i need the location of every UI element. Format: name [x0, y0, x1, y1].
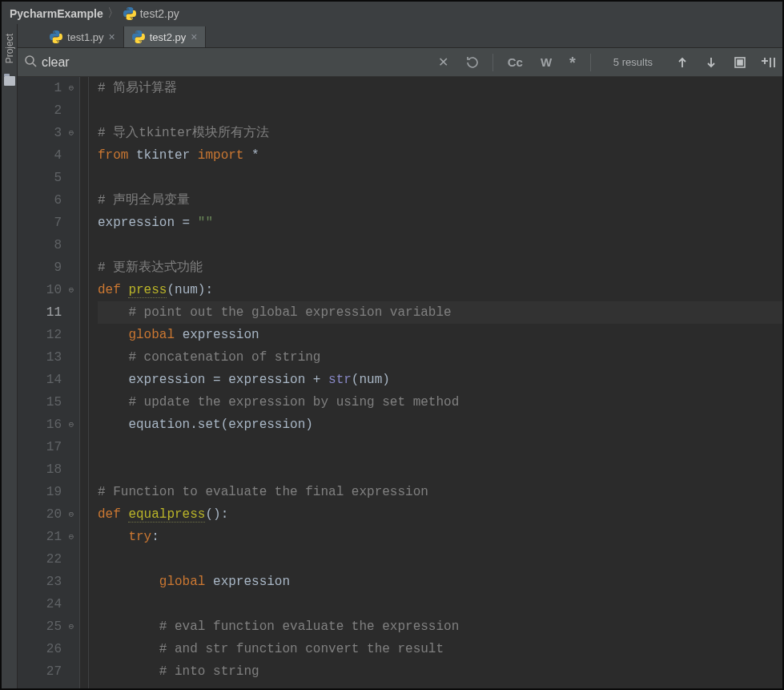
- breadcrumb-project[interactable]: PycharmExample: [10, 7, 103, 20]
- breadcrumb: PycharmExample 〉 test2.py: [2, 2, 782, 26]
- code-line[interactable]: # 导入tkinter模块所有方法: [98, 122, 782, 144]
- code-line[interactable]: [98, 458, 782, 481]
- line-number[interactable]: 2: [18, 99, 62, 122]
- regex-toggle[interactable]: *: [566, 54, 579, 71]
- code-line[interactable]: # 更新表达式功能: [98, 256, 782, 279]
- code-line[interactable]: # eval function evaluate the expression: [98, 615, 782, 638]
- line-number[interactable]: 17: [18, 436, 62, 458]
- editor-tab[interactable]: test2.py×: [124, 26, 207, 47]
- line-number[interactable]: 6: [18, 189, 62, 212]
- code-line[interactable]: # 简易计算器: [98, 77, 782, 99]
- code-line[interactable]: try:: [98, 526, 782, 548]
- next-match-icon[interactable]: [702, 54, 720, 71]
- select-all-icon[interactable]: [731, 54, 749, 71]
- code-editor[interactable]: 1234567891011121314151617181920212223242…: [18, 77, 782, 688]
- editor-tab[interactable]: test1.py×: [42, 26, 124, 47]
- code-line[interactable]: # Function to evaluate the final express…: [98, 481, 782, 503]
- separator: [590, 54, 591, 71]
- line-number[interactable]: 14: [18, 369, 62, 391]
- line-number[interactable]: 20: [18, 503, 62, 526]
- line-number[interactable]: 11: [18, 301, 62, 324]
- code-line[interactable]: def press(num):: [98, 279, 782, 301]
- project-tool-window-bar: Project: [2, 24, 18, 688]
- folder-icon[interactable]: [4, 75, 15, 89]
- svg-line-1: [33, 63, 36, 67]
- code-line[interactable]: [98, 548, 782, 571]
- line-number[interactable]: 9: [18, 256, 62, 279]
- line-number[interactable]: 23: [18, 571, 62, 593]
- code-line[interactable]: expression = "": [98, 212, 782, 234]
- code-line[interactable]: [98, 99, 782, 122]
- line-number[interactable]: 19: [18, 481, 62, 503]
- fold-toggle-icon[interactable]: ⊖: [66, 285, 76, 295]
- words-toggle[interactable]: W: [537, 55, 555, 69]
- line-number[interactable]: 22: [18, 548, 62, 571]
- search-icon: [24, 54, 37, 71]
- project-tab[interactable]: Project: [4, 34, 15, 63]
- breadcrumb-project-label: PycharmExample: [10, 7, 103, 20]
- line-number[interactable]: 5: [18, 167, 62, 189]
- line-number[interactable]: 8: [18, 234, 62, 256]
- fold-toggle-icon[interactable]: ⊖: [66, 510, 76, 519]
- close-tab-icon[interactable]: ×: [191, 31, 197, 42]
- code-line[interactable]: global expression: [98, 324, 782, 346]
- code-line[interactable]: equation.set(expression): [98, 414, 782, 436]
- fold-toggle-icon[interactable]: ⊖: [66, 128, 76, 138]
- code-line[interactable]: [98, 593, 782, 615]
- close-tab-icon[interactable]: ×: [109, 31, 115, 42]
- add-selection-icon[interactable]: [760, 54, 778, 71]
- line-number[interactable]: 15: [18, 391, 62, 414]
- line-number[interactable]: 21: [18, 526, 62, 548]
- code-line[interactable]: global expression: [98, 571, 782, 593]
- match-case-toggle[interactable]: Cc: [505, 55, 526, 69]
- breadcrumb-separator-icon: 〉: [107, 6, 119, 21]
- results-count: 5 results: [613, 56, 653, 68]
- gutter[interactable]: 1234567891011121314151617181920212223242…: [18, 77, 80, 688]
- clear-search-icon[interactable]: ✕: [435, 54, 452, 71]
- prev-match-icon[interactable]: [673, 54, 691, 71]
- svg-rect-5: [738, 60, 742, 65]
- code-line[interactable]: # concatenation of string: [98, 346, 782, 369]
- code-line[interactable]: # 声明全局变量: [98, 189, 782, 212]
- line-number[interactable]: 13: [18, 346, 62, 369]
- line-number[interactable]: 4: [18, 144, 62, 167]
- code-line[interactable]: [98, 436, 782, 458]
- line-number[interactable]: 10: [18, 279, 62, 301]
- line-number[interactable]: 1: [18, 77, 62, 99]
- line-number[interactable]: 12: [18, 324, 62, 346]
- editor-tabs: test1.py×test2.py×: [18, 24, 782, 48]
- code-line[interactable]: [98, 234, 782, 256]
- breadcrumb-file-label: test2.py: [140, 7, 179, 20]
- svg-point-0: [26, 56, 34, 64]
- fold-toggle-icon[interactable]: ⊖: [66, 532, 76, 542]
- search-history-icon[interactable]: [464, 54, 481, 71]
- fold-toggle-icon[interactable]: ⊖: [66, 83, 76, 93]
- code-line[interactable]: def equalpress():: [98, 503, 782, 526]
- code-line[interactable]: [98, 167, 782, 189]
- fold-toggle-icon[interactable]: ⊖: [66, 420, 76, 430]
- code-line[interactable]: expression = expression + str(num): [98, 369, 782, 391]
- python-file-icon: [123, 7, 136, 20]
- line-number[interactable]: 18: [18, 458, 62, 481]
- fold-toggle-icon[interactable]: ⊖: [66, 622, 76, 631]
- breadcrumb-file[interactable]: test2.py: [123, 7, 179, 20]
- line-number[interactable]: 3: [18, 122, 62, 144]
- line-number[interactable]: 25: [18, 615, 62, 638]
- code-line[interactable]: # update the expression by using set met…: [98, 391, 782, 414]
- code-line[interactable]: # point out the global expression variab…: [98, 301, 782, 324]
- line-number[interactable]: 7: [18, 212, 62, 234]
- code-area[interactable]: # 简易计算器 # 导入tkinter模块所有方法from tkinter im…: [80, 77, 782, 688]
- line-number[interactable]: 16: [18, 414, 62, 436]
- search-input[interactable]: [42, 55, 435, 70]
- code-line[interactable]: # and str function convert the result: [98, 638, 782, 660]
- find-bar: ✕ Cc W * 5 results: [18, 48, 782, 77]
- line-number[interactable]: 24: [18, 593, 62, 615]
- separator: [493, 54, 493, 71]
- line-number[interactable]: 26: [18, 638, 62, 660]
- editor-area: test1.py×test2.py× ✕ Cc W * 5 results: [18, 24, 782, 688]
- tab-label: test2.py: [150, 31, 187, 43]
- code-line[interactable]: from tkinter import *: [98, 144, 782, 167]
- line-number[interactable]: 27: [18, 660, 62, 683]
- code-line[interactable]: # into string: [98, 660, 782, 683]
- tab-label: test1.py: [67, 31, 104, 43]
